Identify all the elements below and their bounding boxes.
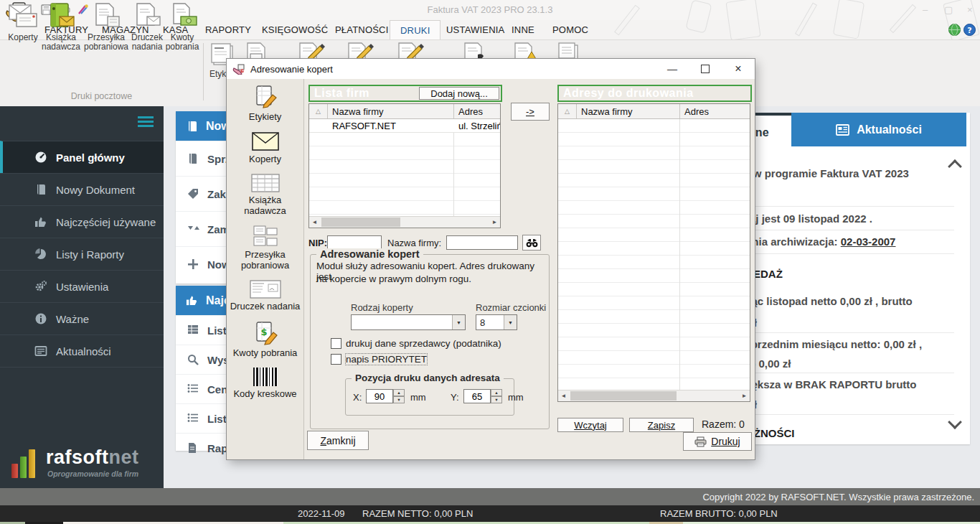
table-row[interactable]: RAFSOFT.NET ul. Strzelińska <box>309 119 500 133</box>
move-to-print-button[interactable]: -> <box>511 103 550 121</box>
logo-tagline: Oprogramowanie dla firm <box>47 469 138 478</box>
dialog-nav-ksiazka-nadawcza[interactable]: Książka nadawcza <box>227 174 303 216</box>
date-line: Dzisiaj jest 09 listopad 2022 . <box>725 212 940 225</box>
wczytaj-button[interactable]: Wczytaj <box>557 418 623 432</box>
scroll-thumb[interactable] <box>321 217 400 227</box>
scroll-right-arrow[interactable]: ► <box>739 390 750 401</box>
largest-line2: 0,00 zł <box>725 398 940 411</box>
dialog-close-button[interactable]: × <box>726 59 750 79</box>
col-nazwa-firmy[interactable]: Nazwa firmy <box>328 104 454 118</box>
adresy-table: △ Nazwa firmy Adres ◄ ► <box>557 103 750 402</box>
zapisz-button[interactable]: Zapisz <box>629 418 694 432</box>
toolbar-etykiety-label: Etyk <box>209 69 226 79</box>
zamknij-button[interactable]: Zamknij <box>307 431 369 450</box>
checkbox-drukuj-dane[interactable]: drukuj dane sprzedawcy (podatnika) <box>331 338 501 349</box>
dialog-maximize-button[interactable] <box>693 59 717 79</box>
barcode-icon <box>253 368 278 386</box>
tag-icon <box>187 188 199 200</box>
search-binoculars-button[interactable] <box>522 235 541 251</box>
toolbar-partial-icon[interactable] <box>512 42 538 60</box>
window-minimize-button[interactable]: – <box>923 4 928 15</box>
ledger-icon <box>187 153 199 165</box>
sidebar-item-ustawienia[interactable]: Ustawienia <box>0 270 164 302</box>
sidebar-item-panel-glowny[interactable]: Panel główny <box>0 141 164 173</box>
toolbar-koperty-button[interactable]: Koperty <box>4 2 42 42</box>
sidebar-item-wazne[interactable]: Ważne <box>0 302 164 334</box>
scroll-up-chevron[interactable] <box>948 159 962 174</box>
dialog-minimize-button[interactable]: — <box>660 59 684 79</box>
x-input[interactable] <box>366 389 393 403</box>
welcome-line: Witaj w programie Faktura VAT 2023 <box>725 167 940 179</box>
newspaper-icon <box>836 124 849 136</box>
scroll-left-arrow[interactable]: ◄ <box>309 217 320 228</box>
pozycja-group: Pozycja druku danych adresata X: ▲▼ mm Y… <box>345 378 514 416</box>
toolbar-partial-icon[interactable] <box>555 42 581 60</box>
dodaj-nowa-button[interactable]: Dodaj nową... <box>419 87 499 100</box>
binder-envelope-icon <box>45 2 77 31</box>
dialog-nav-koperty[interactable]: Koperty <box>249 131 281 164</box>
col-nazwa-firmy[interactable]: Nazwa firmy <box>577 104 680 118</box>
archive-date-link[interactable]: 02-03-2007 <box>841 235 896 248</box>
month-netto-line: Miesiąc listopad netto 0,00 zł , brutto <box>725 295 940 307</box>
sidebar-item-nowy-dokument[interactable]: Nowy Dokument <box>0 173 164 205</box>
sort-column-header[interactable]: △ <box>558 104 577 118</box>
dialog-title-bar[interactable]: TM Adresowanie kopert — × <box>227 59 755 79</box>
dialog-nav-etykiety[interactable]: Etykiety <box>249 85 282 122</box>
status-netto: RAZEM NETTO: 0,00 PLN <box>362 508 473 519</box>
nip-input[interactable] <box>327 235 382 250</box>
drukuj-button[interactable]: Drukuj <box>683 432 752 451</box>
scroll-left-arrow[interactable]: ◄ <box>558 390 569 401</box>
y-spinner[interactable]: ▲▼ <box>491 389 502 403</box>
toolbar-partial-icon[interactable] <box>297 42 326 60</box>
toolbar-partial-icon[interactable] <box>462 42 488 60</box>
status-brutto: RAZEM BRUTTO: 0,00 PLN <box>660 508 778 519</box>
toolbar-ksiazka-nadawcza-button[interactable]: Książka nadawcza <box>40 2 82 52</box>
sort-column-header[interactable]: △ <box>309 104 328 118</box>
toolbar-kwoty-pobrania-button[interactable]: Kwoty pobrania <box>164 2 201 52</box>
plus-icon <box>187 258 199 271</box>
toolbar-partial-icon[interactable] <box>244 42 268 60</box>
sort-triangles-icon <box>187 223 199 235</box>
menu-platnosci[interactable]: PŁATNOŚCI <box>325 20 399 39</box>
toolbar-separator <box>203 43 204 100</box>
dialog-nav-kody-kreskowe[interactable]: Kody kreskowe <box>233 368 296 399</box>
toolbar-przesylka-pobraniowa-button[interactable]: Przesyłka pobraniowa <box>83 2 129 52</box>
dialog-nav-strip: Etykiety Koperty Książka nadawcza Przesy… <box>227 79 304 459</box>
dialog-nav-kwoty-pobrania[interactable]: $ Kwoty pobrania <box>233 321 298 358</box>
adresy-hscrollbar[interactable]: ◄ ► <box>558 390 750 401</box>
y-input[interactable] <box>463 389 491 403</box>
window-maximize-button[interactable]: ▢ <box>944 4 953 15</box>
tab-aktualnosci[interactable]: Aktualności <box>791 113 966 146</box>
scroll-thumb[interactable] <box>570 391 677 401</box>
globe-icon[interactable] <box>948 24 961 36</box>
rozmiar-czcionki-select[interactable]: 8▼ <box>476 314 517 330</box>
lista-firm-hscrollbar[interactable]: ◄ ► <box>309 216 500 228</box>
help-icon[interactable]: ? <box>963 24 976 36</box>
dialog-nav-druczek-nadania[interactable]: Druczek nadania <box>230 280 301 312</box>
sidebar-item-najczesciej-uzywane[interactable]: Najczęściej używane <box>0 205 164 238</box>
sidebar-item-aktualnosci[interactable]: Aktualności <box>0 334 164 367</box>
sidebar: Panel główny Nowy Dokument Najczęściej u… <box>0 106 164 488</box>
col-adres[interactable]: Adres <box>454 104 500 118</box>
menu-pomoc[interactable]: POMOC <box>542 20 598 39</box>
toolbar-partial-icon[interactable] <box>346 42 374 60</box>
dialog-nav-przesylka-pobraniowa[interactable]: Przesyłka pobraniowa <box>227 225 303 271</box>
rodzaj-koperty-select[interactable]: ▼ <box>351 314 466 330</box>
menu-druki[interactable]: DRUKI <box>390 20 440 40</box>
sidebar-toggle-button[interactable] <box>138 116 154 128</box>
status-date: 2022-11-09 <box>298 508 345 519</box>
naleznosci-header: NALEŻNOŚCI <box>725 427 940 439</box>
scroll-down-chevron[interactable] <box>948 415 962 429</box>
toolbar-druczek-nadania-button[interactable]: Druczek nadania <box>128 2 166 52</box>
toolbar-partial-icon[interactable] <box>396 42 425 60</box>
nazwa-firmy-input[interactable] <box>446 235 518 250</box>
col-adres[interactable]: Adres <box>680 104 750 118</box>
sidebar-item-listy-i-raporty[interactable]: Listy i Raporty <box>0 238 164 270</box>
lista-firm-table: △ Nazwa firmy Adres RAFSOFT.NET ul. Strz… <box>308 103 501 228</box>
window-close-button[interactable]: × <box>967 4 973 15</box>
x-spinner[interactable]: ▲▼ <box>393 389 405 403</box>
toolbar-group-label: Druki pocztowe <box>0 91 203 101</box>
scroll-right-arrow[interactable]: ► <box>489 217 500 228</box>
menu-inne[interactable]: INNE <box>501 20 545 39</box>
checkbox-napis-priorytet[interactable]: napis PRIORYTET <box>331 354 427 365</box>
